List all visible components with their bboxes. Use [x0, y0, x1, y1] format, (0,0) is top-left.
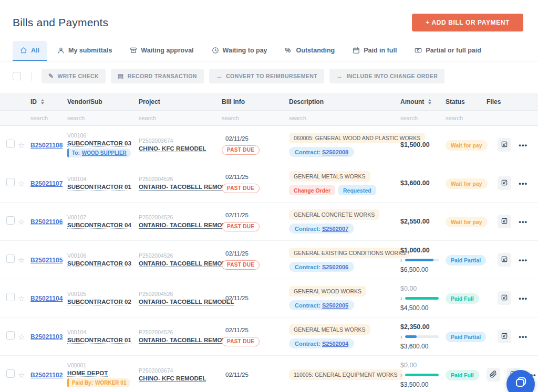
search-input-status[interactable] [446, 115, 473, 121]
search-input-billinfo[interactable] [222, 115, 249, 121]
vendor-name-link[interactable]: SUBCONTRACTOR 02 [67, 299, 131, 305]
bill-date: 02/11/25 [225, 327, 249, 333]
sort-icon[interactable] [428, 99, 431, 104]
star-icon[interactable]: ☆ [18, 256, 30, 264]
expand-button[interactable] [498, 253, 511, 267]
row-checkbox[interactable] [6, 140, 15, 148]
row-checkbox[interactable] [6, 255, 15, 263]
star-icon[interactable]: ☆ [18, 371, 30, 379]
bill-id-link[interactable]: B25021105 [30, 257, 63, 264]
contract-link[interactable]: S2502005 [322, 302, 348, 309]
bill-id-link[interactable]: B25021107 [30, 180, 63, 187]
row-checkbox[interactable] [6, 178, 15, 186]
vendor-name-link[interactable]: SUBCONTRACTOR 03 [67, 140, 131, 147]
amount-value: $2,350.00 [400, 323, 430, 331]
tab-waiting-approval[interactable]: Waiting approval [122, 41, 201, 61]
tab-paid-in-full[interactable]: Paid in full [345, 41, 404, 61]
expand-button[interactable] [498, 291, 511, 305]
tag-badge: Change Order [289, 185, 335, 195]
cell-project: P2502003674CHINO- KFC REMODEL [139, 137, 222, 152]
bill-id-link[interactable]: B25021104 [30, 295, 63, 302]
row-menu-button[interactable]: ••• [518, 292, 529, 304]
star-icon[interactable]: ☆ [18, 333, 30, 341]
star-icon[interactable]: ☆ [18, 218, 30, 226]
cell-vendor: V00104SUBCONTRACTOR 01 [67, 176, 139, 190]
tab-partial-or-full-paid[interactable]: Partial or full paid [407, 41, 489, 61]
search-input-amount[interactable] [400, 115, 428, 121]
cell-project: P2502004526ONTARIO- TACOBELL REMODEL [139, 176, 222, 190]
vendor-name-link[interactable]: HOME DEPOT [67, 370, 108, 377]
project-name-link[interactable]: ONTARIO- TACOBELL REMODEL [139, 337, 234, 344]
vendor-name-link[interactable]: SUBCONTRACTOR 01 [67, 337, 131, 344]
contract-link[interactable]: S2502007 [322, 226, 348, 232]
progress-chevron-icon[interactable]: › [400, 256, 402, 263]
progress-chevron-icon[interactable]: › [400, 371, 402, 378]
cell-amount: $3,600.00 [400, 179, 446, 187]
project-name-link[interactable]: ONTARIO- TACOBELL REMODEL [139, 222, 234, 229]
bill-id-link[interactable]: B25021108 [30, 142, 63, 149]
row-checkbox[interactable] [6, 369, 15, 378]
project-name-link[interactable]: ONTARIO- TACOBELL REMODEL [139, 184, 234, 190]
progress-fill [405, 259, 433, 261]
cell-vendor: V00107SUBCONTRACTOR 04 [67, 214, 139, 229]
vendor-tag-label: Paid By: [72, 380, 93, 386]
search-input-id[interactable] [30, 115, 58, 121]
status-badge: Paid Partial [446, 332, 486, 342]
project-code: P2502004526 [139, 214, 173, 220]
row-checkbox[interactable] [6, 216, 15, 225]
tab-all[interactable]: All [13, 41, 47, 61]
bill-id-link[interactable]: B25021106 [30, 218, 63, 226]
vendor-name-link[interactable]: SUBCONTRACTOR 03 [67, 260, 131, 267]
sort-icon[interactable] [41, 99, 44, 104]
row-menu-button[interactable]: ••• [518, 177, 529, 189]
search-input-description[interactable] [289, 115, 316, 121]
row-checkbox[interactable] [6, 293, 15, 301]
expand-button[interactable] [498, 138, 511, 152]
record-transaction-button[interactable]: ▤RECORD TRANSACTION [111, 69, 204, 83]
contract-link[interactable]: S2502006 [322, 264, 348, 270]
cell-bill-info: 02/11/25PAST DUE [222, 135, 289, 155]
status-badge: Wait for pay [446, 140, 488, 151]
project-name-link[interactable]: CHINO- KFC REMODEL [139, 375, 206, 382]
bill-id-link[interactable]: B25021102 [30, 372, 63, 379]
row-checkbox[interactable] [6, 331, 15, 340]
expand-button[interactable] [498, 215, 511, 228]
expand-button[interactable] [498, 176, 511, 190]
search-input-project[interactable] [139, 115, 166, 121]
star-icon[interactable]: ☆ [18, 141, 30, 149]
select-all-checkbox[interactable] [13, 72, 21, 80]
cell-amount: $1,000.00›$6,500.00 [400, 247, 446, 273]
vendor-tag-value[interactable]: WORKER 01 [95, 380, 126, 386]
vendor-name-link[interactable]: SUBCONTRACTOR 04 [67, 222, 131, 229]
row-menu-button[interactable]: ••• [518, 216, 529, 228]
add-bill-or-payment-button[interactable]: + ADD BILL OR PAYMENT [412, 14, 523, 31]
include-into-change-order-button[interactable]: →INCLUDE INTO CHANGE ORDER [329, 69, 444, 83]
cell-status: Paid Partial [446, 255, 487, 264]
star-icon[interactable]: ☆ [18, 179, 30, 187]
tab-outstanding[interactable]: %Outstanding [278, 41, 343, 61]
tab-waiting-to-pay[interactable]: Waiting to pay [204, 41, 275, 61]
project-name-link[interactable]: ONTARIO- TACOBELL REMODEL [139, 299, 234, 305]
expand-icon [501, 179, 508, 188]
row-menu-button[interactable]: ••• [518, 254, 529, 266]
expand-button[interactable] [498, 330, 511, 343]
vendor-tag-value[interactable]: WOOD SUPPLIER [82, 150, 127, 156]
project-name-link[interactable]: ONTARIO- TACOBELL REMODEL [139, 260, 234, 267]
bill-id-link[interactable]: B25021103 [30, 333, 63, 341]
search-input-vendorsub[interactable] [67, 115, 95, 121]
progress-chevron-icon[interactable]: › [400, 294, 402, 301]
contract-link[interactable]: S2502008 [322, 149, 348, 155]
row-menu-button[interactable]: ••• [518, 331, 529, 343]
progress-chevron-icon[interactable]: › [400, 333, 402, 340]
amount-progress-row: › [400, 295, 439, 301]
project-name-link[interactable]: CHINO- KFC REMODEL [139, 145, 206, 152]
contract-link[interactable]: S2502004 [322, 341, 348, 347]
tab-my-submittals[interactable]: My submittals [50, 41, 119, 61]
convert-to-reimbursement-button[interactable]: →CONVERT TO REIMBURSEMENT [209, 69, 324, 83]
write-check-button[interactable]: ✎WRITE CHECK [42, 69, 106, 83]
paperclip-button[interactable] [487, 368, 500, 382]
receipt-icon: ▤ [118, 73, 124, 79]
vendor-name-link[interactable]: SUBCONTRACTOR 01 [67, 184, 131, 190]
star-icon[interactable]: ☆ [18, 294, 30, 302]
row-menu-button[interactable]: ••• [518, 139, 529, 151]
